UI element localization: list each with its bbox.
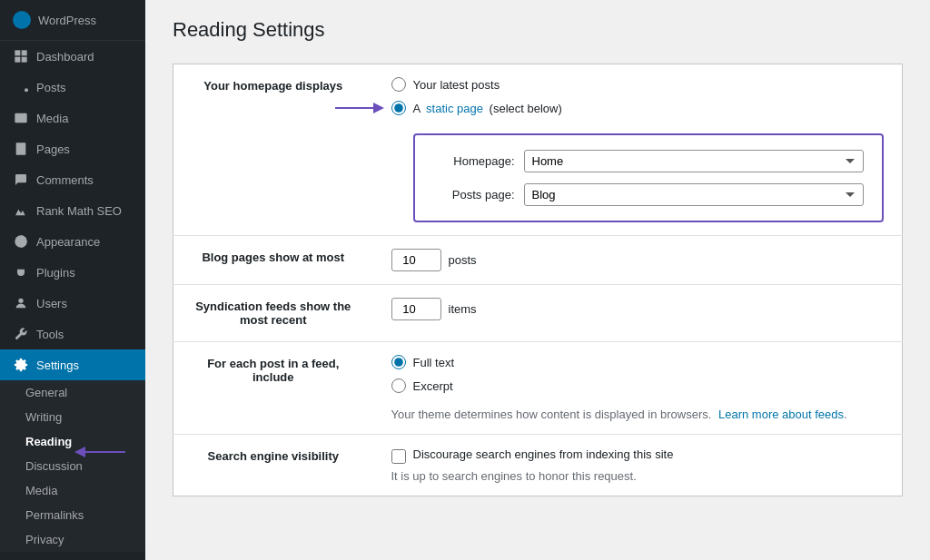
posts-page-select-row: Posts page: Blog Posts News [433, 183, 865, 206]
users-icon [13, 295, 29, 311]
plugins-icon [13, 264, 29, 280]
posts-icon [13, 79, 29, 95]
feed-include-label: For each post in a feed, include [173, 342, 373, 435]
blog-pages-input-row: 10 posts [391, 249, 885, 271]
rank-math-icon [13, 202, 29, 219]
syndication-feeds-suffix: items [449, 302, 477, 316]
excerpt-label: Excerpt [413, 379, 453, 393]
blog-pages-label: Blog pages show at most [173, 236, 373, 285]
latest-posts-label: Your latest posts [413, 78, 500, 92]
sidebar-item-plugins[interactable]: Plugins [0, 257, 145, 288]
posts-page-select-label: Posts page: [433, 188, 515, 201]
page-title: Reading Settings [173, 18, 903, 42]
settings-icon [13, 357, 29, 373]
static-page-box: Homepage: Home About Contact Posts page:… [413, 133, 885, 222]
search-engine-label: Search engine visibility [173, 435, 373, 496]
static-page-option-label: A static page (select below) [413, 102, 562, 115]
sidebar-item-appearance[interactable]: Appearance [0, 226, 145, 257]
submenu-reading[interactable]: Reading [0, 429, 145, 454]
syndication-feeds-input-row: 10 items [391, 298, 885, 320]
settings-table: Your homepage displays Your latest posts [173, 64, 903, 496]
homepage-displays-label: Your homepage displays [173, 64, 373, 236]
sidebar-item-settings[interactable]: Settings [0, 349, 145, 380]
full-text-radio[interactable] [391, 355, 406, 369]
static-page-radio-item: A static page (select below) [391, 101, 885, 115]
homepage-displays-row: Your homepage displays Your latest posts [173, 64, 903, 236]
sidebar-item-rank-math-seo[interactable]: Rank Math SEO [0, 195, 145, 226]
blog-pages-suffix: posts [449, 253, 477, 267]
sidebar-item-media-label: Media [36, 112, 68, 125]
svg-rect-2 [15, 57, 20, 63]
sidebar-item-dashboard[interactable]: Dashboard [0, 41, 145, 72]
feed-include-control: Full text Excerpt Your theme determines … [373, 342, 903, 435]
search-engine-row: Search engine visibility Discourage sear… [173, 435, 903, 496]
svg-point-4 [25, 88, 28, 92]
settings-submenu: General Writing Reading Discussion Media… [0, 380, 145, 552]
submenu-writing[interactable]: Writing [0, 405, 145, 429]
latest-posts-radio[interactable] [391, 77, 406, 92]
dashboard-icon [13, 48, 29, 64]
homepage-select-label: Homepage: [433, 154, 515, 168]
pages-icon [13, 141, 29, 157]
sidebar-item-comments-label: Comments [36, 173, 94, 187]
svg-rect-7 [16, 142, 26, 154]
comments-icon [13, 172, 29, 188]
annotation-arrow [335, 99, 385, 117]
excerpt-radio[interactable] [391, 378, 406, 393]
learn-more-feeds-link[interactable]: Learn more about feeds [718, 408, 844, 421]
sidebar-item-pages[interactable]: Pages [0, 133, 145, 164]
sidebar-item-rank-math-label: Rank Math SEO [36, 204, 122, 218]
sidebar-item-tools-label: Tools [36, 328, 64, 341]
submenu-general[interactable]: General [0, 380, 145, 405]
svg-rect-3 [22, 57, 27, 63]
sidebar-item-posts[interactable]: Posts [0, 72, 145, 103]
feed-include-row: For each post in a feed, include Full te… [173, 342, 903, 435]
posts-page-select[interactable]: Blog Posts News [524, 183, 865, 206]
submenu-privacy[interactable]: Privacy [0, 527, 145, 552]
media-icon [13, 110, 29, 126]
sidebar-item-users[interactable]: Users [0, 288, 145, 319]
submenu-permalinks[interactable]: Permalinks [0, 503, 145, 527]
submenu-media[interactable]: Media [0, 478, 145, 503]
search-engine-help-text: It is up to search engines to honor this… [391, 469, 885, 483]
sidebar-logo[interactable]: WordPress [0, 0, 145, 41]
full-text-radio-item: Full text [391, 355, 885, 369]
sidebar-item-users-label: Users [36, 297, 67, 310]
sidebar-item-tools[interactable]: Tools [0, 319, 145, 349]
svg-rect-0 [15, 50, 20, 55]
wordpress-logo-icon [13, 11, 31, 29]
syndication-feeds-input[interactable]: 10 [391, 298, 441, 320]
full-text-label: Full text [413, 356, 455, 369]
sidebar-item-comments[interactable]: Comments [0, 164, 145, 195]
svg-point-12 [18, 299, 23, 303]
homepage-select[interactable]: Home About Contact [524, 150, 865, 172]
sidebar-item-appearance-label: Appearance [36, 235, 100, 249]
homepage-select-row: Homepage: Home About Contact [433, 150, 865, 172]
static-page-link[interactable]: static page [426, 102, 483, 115]
search-engine-checkbox-item: Discourage search engines from indexing … [391, 447, 885, 464]
homepage-displays-control: Your latest posts [373, 64, 903, 236]
appearance-icon [13, 233, 29, 250]
blog-pages-row: Blog pages show at most 10 posts [173, 236, 903, 285]
svg-rect-1 [22, 50, 27, 55]
sidebar-item-pages-label: Pages [36, 142, 70, 156]
sidebar-item-dashboard-label: Dashboard [36, 50, 94, 64]
sidebar-item-media[interactable]: Media [0, 103, 145, 133]
homepage-radio-group: Your latest posts [391, 77, 885, 222]
search-engine-checkbox[interactable] [391, 449, 406, 464]
excerpt-radio-item: Excerpt [391, 378, 885, 393]
syndication-feeds-label: Syndication feeds show the most recent [173, 285, 373, 342]
blog-pages-input[interactable]: 10 [391, 249, 441, 271]
static-page-radio[interactable] [391, 101, 406, 115]
blog-pages-control: 10 posts [373, 236, 903, 285]
submenu-discussion[interactable]: Discussion [0, 454, 145, 478]
latest-posts-radio-item: Your latest posts [391, 77, 885, 92]
sidebar: WordPress Dashboard Posts Media Pages Co… [0, 0, 145, 560]
sidebar-logo-label: WordPress [38, 14, 96, 27]
sidebar-item-plugins-label: Plugins [36, 266, 75, 280]
main-content: Reading Settings Your homepage displays … [145, 0, 930, 560]
search-engine-checkbox-label: Discourage search engines from indexing … [413, 447, 674, 461]
syndication-feeds-control: 10 items [373, 285, 903, 342]
syndication-feeds-row: Syndication feeds show the most recent 1… [173, 285, 903, 342]
feed-help-text: Your theme determines how content is dis… [391, 408, 885, 421]
